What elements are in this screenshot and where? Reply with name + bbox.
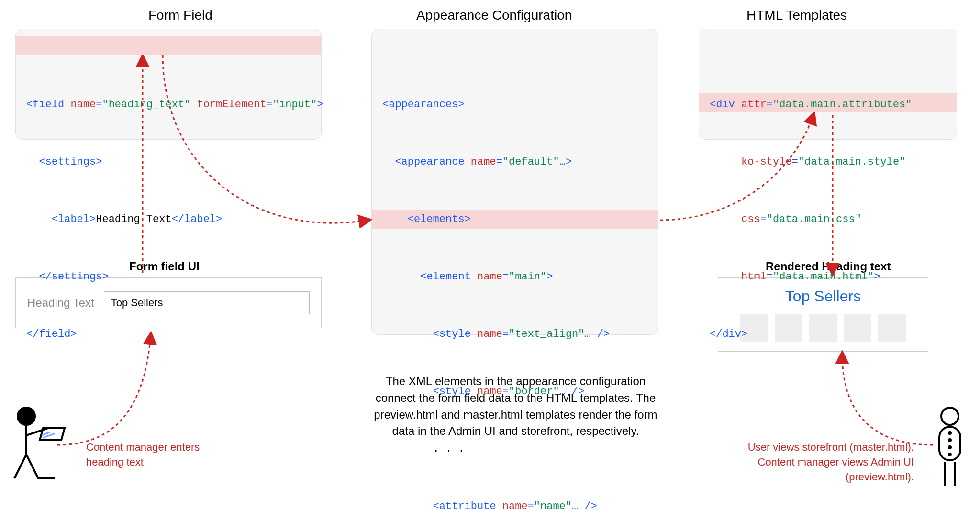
svg-line-1 <box>42 432 50 435</box>
viewer-icon <box>939 408 960 486</box>
svg-line-2 <box>43 433 55 438</box>
rendered-heading: Top Sellers <box>728 288 918 305</box>
svg-point-9 <box>949 446 951 448</box>
code-html-template: <div attr="data.main.attributes" ko-styl… <box>699 29 957 140</box>
code-appearance: <appearances> <appearance name="default"… <box>371 29 658 335</box>
code-form-field: <field name="heading_text" formElement="… <box>15 29 322 140</box>
form-label-heading-text: Heading Text <box>27 296 94 310</box>
note-content-manager: Content manager enters heading text <box>86 440 230 470</box>
svg-point-8 <box>949 439 951 441</box>
heading-text-input[interactable] <box>104 291 310 314</box>
col-title-form-field: Form Field <box>148 8 212 23</box>
svg-point-3 <box>941 408 958 425</box>
diagram-stage: Form Field Appearance Configuration HTML… <box>0 0 980 510</box>
svg-rect-4 <box>939 427 960 460</box>
note-user-views: User views storefront (master.html). Con… <box>718 440 914 484</box>
svg-point-0 <box>18 408 35 425</box>
col-title-appearance: Appearance Configuration <box>416 8 572 23</box>
svg-point-10 <box>949 454 951 455</box>
highlight-field-line <box>16 36 321 55</box>
content-manager-icon <box>14 408 65 478</box>
svg-point-7 <box>949 432 951 434</box>
col-title-templates: HTML Templates <box>746 8 847 23</box>
